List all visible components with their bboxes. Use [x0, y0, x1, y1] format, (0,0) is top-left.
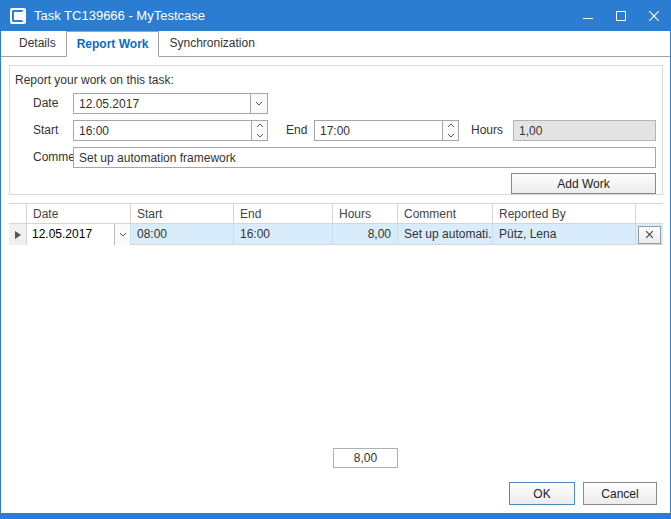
row-start-cell[interactable]: 08:00 — [131, 224, 234, 245]
grid-header: Date Start End Hours Comment Reported By — [9, 203, 663, 224]
hours-summary: 8,00 — [333, 448, 398, 468]
chevron-down-icon — [256, 133, 264, 138]
end-spinner — [442, 121, 458, 140]
end-spin-up-button[interactable] — [443, 121, 458, 131]
titlebar[interactable]: Task TC139666 - MyTestcase — [1, 1, 670, 31]
hours-label: Hours — [471, 120, 503, 141]
minimize-button[interactable] — [571, 1, 604, 31]
tab-synchronization[interactable]: Synchronization — [159, 31, 264, 56]
window-controls — [571, 1, 670, 31]
start-spin-up-button[interactable] — [252, 121, 267, 131]
row-date-cell[interactable] — [27, 224, 131, 245]
chevron-down-icon — [119, 232, 127, 237]
grid-header-indicator — [9, 204, 27, 224]
task-dialog-window: Task TC139666 - MyTestcase Details Repor… — [0, 0, 671, 519]
row-hours-cell[interactable]: 8,00 — [333, 224, 398, 245]
chevron-up-icon — [447, 123, 455, 128]
app-icon — [10, 8, 26, 24]
close-icon — [649, 11, 659, 21]
grid-header-hours[interactable]: Hours — [333, 204, 398, 224]
hours-field — [513, 120, 656, 141]
row-date-dropdown-button[interactable] — [114, 224, 130, 245]
close-button[interactable] — [637, 1, 670, 31]
comment-field[interactable] — [73, 147, 656, 168]
chevron-down-icon — [255, 101, 263, 106]
end-label: End — [286, 120, 307, 141]
chevron-up-icon — [256, 123, 264, 128]
maximize-icon — [616, 11, 626, 21]
add-work-button[interactable]: Add Work — [511, 173, 656, 194]
chevron-down-icon — [447, 133, 455, 138]
start-spinner — [251, 121, 267, 140]
row-reported-by-cell[interactable]: Pütz, Lena — [493, 224, 636, 245]
window-title: Task TC139666 - MyTestcase — [34, 1, 205, 31]
ok-button[interactable]: OK — [509, 482, 575, 505]
start-label: Start — [33, 120, 58, 141]
row-comment-cell[interactable]: Set up automati... — [398, 224, 493, 245]
end-time-field[interactable] — [314, 120, 459, 141]
start-time-input[interactable] — [74, 121, 251, 140]
report-work-heading: Report your work on this task: — [15, 72, 174, 88]
date-dropdown-button[interactable] — [250, 94, 267, 113]
date-label: Date — [33, 93, 58, 114]
tab-report-work[interactable]: Report Work — [66, 31, 160, 57]
grid-header-comment[interactable]: Comment — [398, 204, 493, 224]
delete-x-icon — [646, 231, 653, 238]
grid-header-date[interactable]: Date — [27, 204, 131, 224]
grid-header-start[interactable]: Start — [131, 204, 234, 224]
end-time-input[interactable] — [315, 121, 442, 140]
end-spin-down-button[interactable] — [443, 131, 458, 141]
comment-input[interactable] — [74, 148, 655, 167]
tab-details[interactable]: Details — [9, 31, 66, 56]
row-actions-cell — [636, 224, 663, 245]
start-spin-down-button[interactable] — [252, 131, 267, 141]
maximize-button[interactable] — [604, 1, 637, 31]
row-end-cell[interactable]: 16:00 — [234, 224, 333, 245]
grid-row-selected[interactable]: 08:00 16:00 8,00 Set up automati... Pütz… — [9, 224, 663, 245]
date-combobox[interactable] — [73, 93, 268, 114]
delete-row-button[interactable] — [638, 226, 661, 244]
selected-row-indicator-icon — [15, 231, 21, 239]
row-indicator-cell — [9, 224, 27, 245]
grid-header-actions — [636, 204, 663, 224]
hours-readonly-input — [514, 121, 655, 140]
row-date-input[interactable] — [27, 224, 114, 245]
minimize-icon — [583, 11, 593, 21]
tab-strip: Details Report Work Synchronization — [1, 31, 670, 57]
date-input[interactable] — [74, 94, 250, 113]
grid-header-end[interactable]: End — [234, 204, 333, 224]
window-bottom-border — [1, 513, 670, 518]
cancel-button[interactable]: Cancel — [583, 482, 657, 505]
start-time-field[interactable] — [73, 120, 268, 141]
grid-header-reported-by[interactable]: Reported By — [493, 204, 636, 224]
